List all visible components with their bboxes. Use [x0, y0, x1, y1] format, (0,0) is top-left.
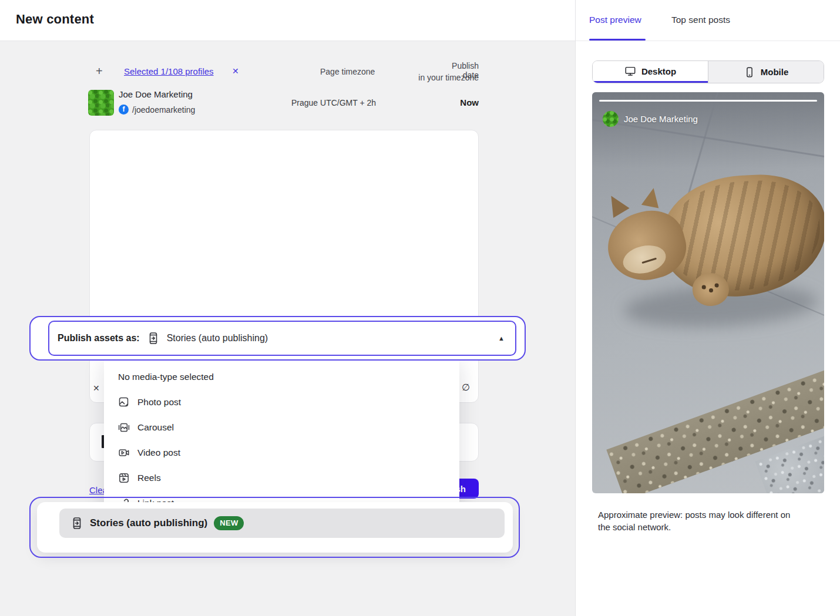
story-progress-bar [599, 100, 817, 102]
publish-date-value[interactable]: Now [438, 97, 479, 107]
mobile-toggle[interactable]: Mobile [708, 61, 824, 83]
chevron-up-icon[interactable]: ▲ [498, 335, 505, 342]
page-title: New content [16, 12, 94, 27]
reels-icon [118, 472, 130, 484]
menu-item-reels[interactable]: Reels [104, 465, 459, 490]
story-preview-image: Joe Doe Marketing [592, 92, 824, 493]
mobile-label: Mobile [761, 67, 789, 77]
phone-icon [744, 66, 755, 78]
page-timezone-value: Prague UTC/GMT + 2h [291, 98, 376, 107]
active-tab-underline [589, 39, 646, 41]
menu-item-video-post[interactable]: Video post [104, 440, 459, 465]
paw-pad [702, 285, 706, 289]
carousel-icon [118, 422, 130, 433]
selected-profiles-link[interactable]: Selected 1/108 profiles [124, 66, 214, 76]
cat-illustration [592, 163, 824, 351]
menu-item-carousel[interactable]: Carousel [104, 415, 459, 440]
preview-top-shade [592, 92, 824, 169]
tab-post-preview[interactable]: Post preview [589, 15, 641, 25]
profiles-close-icon[interactable]: ✕ [232, 66, 239, 76]
left-header: New content [0, 0, 576, 41]
device-toggle: Desktop Mobile [592, 60, 824, 83]
add-profile-button[interactable]: + [96, 65, 103, 78]
remove-icon[interactable]: ✕ [93, 383, 100, 393]
desktop-toggle[interactable]: Desktop [593, 61, 708, 83]
profile-handle: /joedoemarketing [132, 105, 195, 115]
publish-date-label-line2: in your timezone [411, 73, 479, 82]
panel-divider [575, 0, 576, 616]
desktop-label: Desktop [641, 66, 676, 76]
story-account-name: Joe Doe Marketing [624, 114, 698, 124]
publish-assets-dropdown[interactable]: Publish assets as: Stories (auto publish… [48, 321, 516, 356]
cat-ear [641, 186, 663, 208]
selected-option-focus-ring [29, 497, 520, 558]
monitor-icon [624, 65, 636, 77]
publish-assets-value: Stories (auto publishing) [167, 333, 268, 344]
video-icon [118, 447, 130, 459]
cat-ear [603, 191, 630, 218]
paw-pad [714, 283, 718, 287]
photo-icon [118, 396, 130, 408]
media-type-menu: No media-type selected Photo post Carous… [104, 356, 459, 510]
facebook-icon: f [119, 105, 129, 115]
page-timezone-label: Page timezone [320, 67, 375, 76]
menu-item-photo-post[interactable]: Photo post [104, 389, 459, 415]
profile-avatar [88, 90, 114, 116]
publish-assets-label: Publish assets as: [58, 333, 140, 344]
stories-icon [147, 332, 160, 345]
right-header-border [576, 41, 840, 41]
profile-name: Joe Doe Marketing [119, 89, 193, 99]
preview-disclaimer: Approximate preview: posts may look diff… [598, 509, 804, 534]
story-avatar [603, 111, 619, 127]
tab-top-sent-posts[interactable]: Top sent posts [671, 15, 730, 25]
menu-item-no-media-type[interactable]: No media-type selected [104, 364, 459, 389]
paw-pad [709, 288, 713, 292]
